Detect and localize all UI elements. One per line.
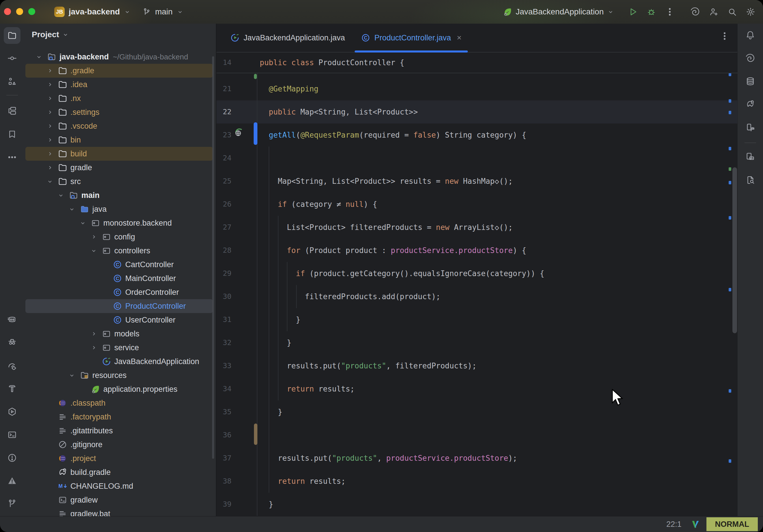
tool-strip-item-gradle[interactable] [742,96,759,113]
tool-strip-item-structure[interactable] [4,102,21,119]
code-line-25[interactable]: 25Map<String, List<Product>> results = n… [216,170,738,193]
tree-item-build-gradle[interactable]: build.gradle [25,465,213,479]
tool-strip-item-terminal[interactable] [4,426,21,443]
line-number[interactable]: 35 [218,400,231,424]
vim-icon[interactable] [691,520,700,529]
vim-mode-badge[interactable]: NORMAL [707,517,758,531]
code-line-34[interactable]: 34return results; [216,377,738,400]
more-actions-button[interactable] [665,7,675,17]
tool-strip-item-warnings[interactable] [4,472,21,489]
tool-strip-item-running-devices[interactable] [742,119,759,136]
tree-item-gradlew-bat[interactable]: gradlew.bat [25,507,213,516]
tree-item-models[interactable]: models [25,327,213,341]
tab-productcontroller[interactable]: C ProductController.java × [353,24,470,52]
tree-item--vscode[interactable]: .vscode [25,119,213,133]
code-line-27[interactable]: 27List<Product> filteredProducts = new A… [216,216,738,239]
error-stripe-mark[interactable] [729,216,731,220]
tool-strip-item-problems[interactable] [4,450,21,466]
code-line-37[interactable]: 37results.put("products", productService… [216,447,738,470]
chevron-right-icon[interactable] [45,91,55,105]
tree-item--gradle[interactable]: .gradle [25,64,213,78]
debug-button[interactable] [646,7,656,17]
line-number[interactable]: 27 [218,216,231,239]
error-stripe-mark[interactable] [729,147,731,150]
code-line-35[interactable]: 35} [216,400,738,424]
line-number[interactable]: 24 [218,147,231,170]
tool-strip-item-more-tool-windows[interactable] [4,149,21,165]
error-stripe-mark[interactable] [729,459,731,463]
line-number[interactable]: 21 [218,77,231,100]
tool-strip-item-notifications[interactable] [742,27,759,43]
editor-scrollbar[interactable] [732,167,737,333]
endpoint-globe-icon[interactable] [233,124,243,147]
tree-item-usercontroller[interactable]: CUserController [25,313,213,327]
chevron-right-icon[interactable] [45,161,55,174]
line-number[interactable]: 26 [218,193,231,216]
chevron-right-icon[interactable] [89,341,99,355]
tree-item-main[interactable]: main [25,188,213,202]
code-line-33[interactable]: 33results.put("products", filteredProduc… [216,354,738,377]
project-widget[interactable]: java-backend [69,7,120,16]
code-line-22[interactable]: 22public Map<String, List<Product>> [216,100,738,124]
line-number[interactable]: 29 [218,262,231,285]
chevron-right-icon[interactable] [89,230,99,244]
tool-strip-item-build[interactable] [4,380,21,397]
tree-item-java[interactable]: java [25,202,213,216]
chevron-right-icon[interactable] [89,327,99,341]
tree-item--gitignore[interactable]: .gitignore [25,438,213,452]
tool-strip-item-services[interactable] [4,403,21,420]
tab-options-icon[interactable] [720,31,729,41]
line-number[interactable]: 33 [218,354,231,377]
settings-button[interactable] [746,7,755,17]
tree-item-ordercontroller[interactable]: COrderController [25,285,213,299]
error-stripe-mark[interactable] [729,99,731,103]
code-with-me-button[interactable] [709,7,718,17]
line-number[interactable]: 22 [218,100,231,124]
tab-javabackendapplication[interactable]: JavaBackendApplication.java [222,24,353,52]
line-number[interactable]: 34 [218,377,231,400]
ai-assistant-button[interactable] [690,7,700,17]
project-logo[interactable]: JB [54,7,65,17]
tree-item-build[interactable]: build [25,147,213,161]
tool-strip-item-find[interactable] [742,172,759,188]
tree-item-cartcontroller[interactable]: CCartController [25,258,213,271]
line-number[interactable]: 39 [218,493,231,516]
code-line-38[interactable]: 38return results; [216,470,738,493]
tool-strip-item-database[interactable] [742,73,759,90]
tool-strip-item-bookmarks[interactable] [4,126,21,143]
tree-item-bin[interactable]: bin [25,133,213,147]
tree-item-javabackendapplication[interactable]: JavaBackendApplication [25,355,213,369]
tool-strip-item-version-control[interactable] [4,495,21,512]
chevron-down-icon[interactable] [67,202,77,216]
tree-item--nx[interactable]: .nx [25,91,213,105]
tree-item-java-backend[interactable]: java-backend~/Github/java-backend [25,50,213,64]
code-line-23[interactable]: 23getAll(@RequestParam(required = false)… [216,124,738,147]
tree-item--gitattributes[interactable]: .gitattributes [25,424,213,438]
tree-item-service[interactable]: service [25,341,213,355]
line-number[interactable]: 28 [218,239,231,262]
run-config-selector[interactable]: JavaBackendApplication [516,7,604,16]
chevron-down-icon[interactable] [67,369,77,382]
tool-strip-item-pull-requests[interactable] [4,73,21,90]
error-stripe-mark[interactable] [729,181,731,184]
tree-item--factorypath[interactable]: .factorypath [25,410,213,424]
tree-item--classpath[interactable]: .classpath [25,396,213,410]
zoom-button[interactable] [28,8,35,15]
line-number[interactable]: 31 [218,308,231,331]
chevron-right-icon[interactable] [45,105,55,119]
line-number[interactable]: 25 [218,170,231,193]
tree-item-controllers[interactable]: controllers [25,244,213,258]
tool-strip-item-profiler[interactable] [4,358,21,375]
chevron-down-icon[interactable] [78,216,88,230]
caret-position[interactable]: 22:1 [666,520,682,529]
tree-item-application-properties[interactable]: application.properties [25,382,213,396]
code-line-36[interactable]: 36 [216,424,738,447]
line-number[interactable]: 23 [218,124,231,147]
tree-item--project[interactable]: .project [25,452,213,465]
tree-item-src[interactable]: src [25,174,213,188]
code-line-21[interactable]: 21@GetMapping [216,77,738,100]
code-line-26[interactable]: 26if (category ≠ null) { [216,193,738,216]
tree-item-gradle[interactable]: gradle [25,161,213,174]
chevron-right-icon[interactable] [45,64,55,78]
tree-item-monostore-backend[interactable]: monostore.backend [25,216,213,230]
